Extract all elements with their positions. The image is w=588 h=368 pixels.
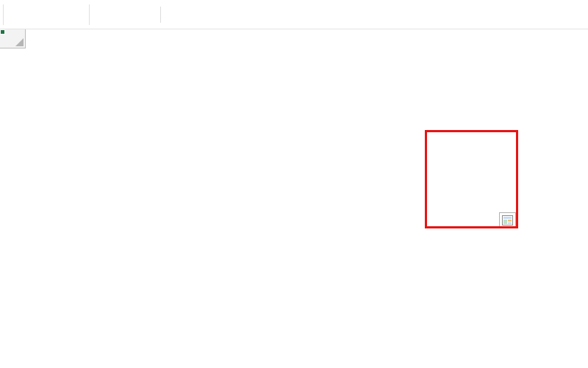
excel-window	[0, 0, 588, 368]
name-box[interactable]	[3, 4, 90, 25]
formula-toolbar	[0, 0, 588, 29]
select-all-triangle-icon	[15, 38, 24, 46]
spreadsheet-grid	[0, 29, 588, 368]
autofill-options-icon	[502, 215, 513, 226]
toolbar-divider	[160, 7, 161, 23]
fill-handle[interactable]	[0, 29, 5, 35]
autofill-options-button[interactable]	[499, 212, 516, 228]
